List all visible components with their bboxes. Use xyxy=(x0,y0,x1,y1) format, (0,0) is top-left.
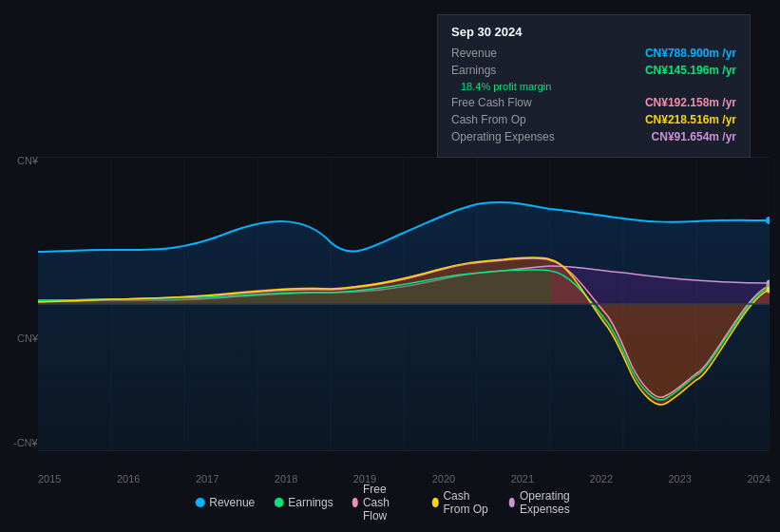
tooltip-label-revenue: Revenue xyxy=(451,47,497,60)
chart-container: Sep 30 2024 Revenue CN¥788.900m /yr Earn… xyxy=(0,0,780,532)
legend-opex[interactable]: Operating Expenses xyxy=(509,489,585,516)
tooltip-value-earnings: CN¥145.196m /yr xyxy=(645,64,736,77)
tooltip-row-earnings: Earnings CN¥145.196m /yr xyxy=(451,64,736,77)
legend-revenue[interactable]: Revenue xyxy=(195,496,255,509)
tooltip-label-earnings: Earnings xyxy=(451,64,496,77)
tooltip-label-opex: Operating Expenses xyxy=(451,130,555,143)
tooltip-row-fcf: Free Cash Flow CN¥192.158m /yr xyxy=(451,96,736,109)
legend-fcf[interactable]: Free Cash Flow xyxy=(352,483,413,522)
legend-dot-cashop xyxy=(432,498,438,507)
tooltip-margin: 18.4% profit margin xyxy=(461,81,551,92)
x-label-2015: 2015 xyxy=(38,473,61,484)
tooltip-value-opex: CN¥91.654m /yr xyxy=(652,130,736,143)
legend-label-cashop: Cash From Op xyxy=(443,489,489,516)
tooltip-row-revenue: Revenue CN¥788.900m /yr xyxy=(451,47,736,60)
tooltip-value-cashop: CN¥218.516m /yr xyxy=(645,113,736,126)
legend-dot-fcf xyxy=(352,498,358,507)
tooltip-row-opex: Operating Expenses CN¥91.654m /yr xyxy=(451,130,736,143)
tooltip-date: Sep 30 2024 xyxy=(451,25,736,39)
legend-dot-revenue xyxy=(195,498,204,507)
tooltip: Sep 30 2024 Revenue CN¥788.900m /yr Earn… xyxy=(437,14,751,158)
x-label-2024: 2024 xyxy=(747,473,770,484)
legend-label-opex: Operating Expenses xyxy=(520,489,585,516)
tooltip-value-revenue: CN¥788.900m /yr xyxy=(645,47,736,60)
tooltip-row-cashop: Cash From Op CN¥218.516m /yr xyxy=(451,113,736,126)
tooltip-sub-row-margin: 18.4% profit margin xyxy=(451,81,736,92)
x-label-2022: 2022 xyxy=(590,473,613,484)
legend-cashop[interactable]: Cash From Op xyxy=(432,489,490,516)
legend-label-fcf: Free Cash Flow xyxy=(363,483,413,522)
legend-earnings[interactable]: Earnings xyxy=(274,496,333,509)
legend-label-revenue: Revenue xyxy=(209,496,255,509)
tooltip-label-fcf: Free Cash Flow xyxy=(451,96,532,109)
x-label-2016: 2016 xyxy=(117,473,140,484)
chart-svg xyxy=(38,157,770,451)
x-label-2023: 2023 xyxy=(669,473,692,484)
legend-label-earnings: Earnings xyxy=(288,496,333,509)
legend-dot-earnings xyxy=(274,498,283,507)
tooltip-value-fcf: CN¥192.158m /yr xyxy=(645,96,736,109)
legend-dot-opex xyxy=(509,498,515,507)
chart-legend: Revenue Earnings Free Cash Flow Cash Fro… xyxy=(195,483,585,522)
tooltip-label-cashop: Cash From Op xyxy=(451,113,526,126)
